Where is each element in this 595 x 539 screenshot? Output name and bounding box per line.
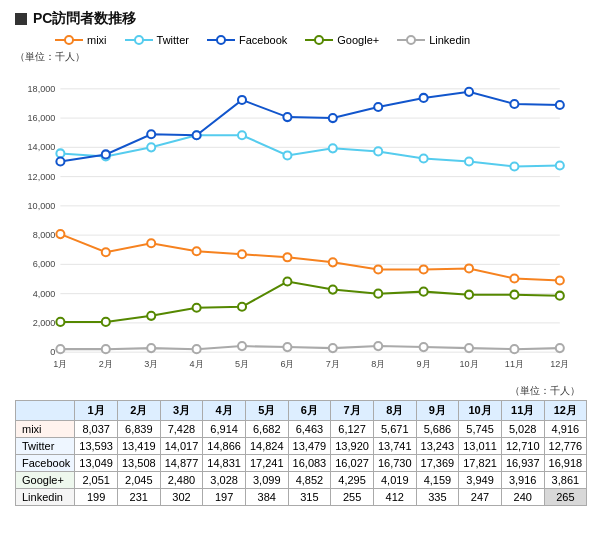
mixi-jan: 8,037 [75,421,118,438]
svg-point-100 [510,345,518,353]
table-header-mar: 3月 [160,401,203,421]
svg-point-88 [510,291,518,299]
svg-point-51 [465,264,473,272]
svg-point-79 [102,318,110,326]
svg-text:4,000: 4,000 [33,289,56,299]
googleplus-oct: 3,949 [459,472,502,489]
facebook-mar: 14,877 [160,455,203,472]
svg-point-78 [56,318,64,326]
googleplus-jan: 2,051 [75,472,118,489]
svg-point-48 [329,258,337,266]
twitter-jan: 13,593 [75,438,118,455]
svg-point-43 [102,248,110,256]
svg-point-90 [56,345,64,353]
table-header-aug: 8月 [373,401,416,421]
svg-point-53 [556,276,564,284]
chart-svg: .axis-label { font-size: 9px; fill: #444… [15,66,580,376]
svg-point-50 [420,265,428,273]
svg-point-94 [238,342,246,350]
svg-point-59 [283,151,291,159]
legend-label-googleplus: Google+ [337,34,379,46]
legend-label-linkedin: Linkedin [429,34,470,46]
svg-point-56 [147,143,155,151]
svg-point-5 [217,36,225,44]
twitter-dec: 12,776 [544,438,587,455]
svg-point-62 [420,154,428,162]
svg-point-66 [56,157,64,165]
googleplus-feb: 2,045 [117,472,160,489]
svg-point-58 [238,131,246,139]
svg-text:7月: 7月 [326,359,340,369]
svg-text:12,000: 12,000 [28,172,56,182]
svg-point-98 [420,343,428,351]
svg-text:8月: 8月 [371,359,385,369]
table-header-apr: 4月 [203,401,246,421]
legend-item-facebook: Facebook [207,34,287,46]
svg-point-83 [283,278,291,286]
svg-text:0: 0 [50,347,55,357]
svg-text:1月: 1月 [53,359,67,369]
table-header-oct: 10月 [459,401,502,421]
googleplus-sep: 4,159 [416,472,459,489]
table-header-jan: 1月 [75,401,118,421]
table-header-feb: 2月 [117,401,160,421]
legend-item-mixi: mixi [55,34,107,46]
twitter-aug: 13,741 [373,438,416,455]
googleplus-aug: 4,019 [373,472,416,489]
svg-point-92 [147,344,155,352]
svg-point-46 [238,250,246,258]
legend-item-twitter: Twitter [125,34,189,46]
facebook-jul: 16,027 [331,455,374,472]
mixi-apr: 6,914 [203,421,246,438]
table-header-dec: 12月 [544,401,587,421]
svg-text:6,000: 6,000 [33,259,56,269]
table-header-jul: 7月 [331,401,374,421]
svg-text:12月: 12月 [550,359,569,369]
facebook-jan: 13,049 [75,455,118,472]
svg-text:3月: 3月 [144,359,158,369]
linkedin-aug: 412 [373,489,416,506]
svg-point-85 [374,290,382,298]
mixi-mar: 7,428 [160,421,203,438]
svg-point-74 [420,94,428,102]
linkedin-dec: 265 [544,489,587,506]
mixi-may: 6,682 [245,421,288,438]
googleplus-may: 3,099 [245,472,288,489]
facebook-feb: 13,508 [117,455,160,472]
svg-point-69 [193,131,201,139]
svg-point-54 [56,149,64,157]
legend-label-twitter: Twitter [157,34,189,46]
svg-point-47 [283,253,291,261]
svg-point-72 [329,114,337,122]
facebook-dec: 16,918 [544,455,587,472]
legend-item-googleplus: Google+ [305,34,379,46]
svg-text:10,000: 10,000 [28,201,56,211]
mixi-dec: 4,916 [544,421,587,438]
svg-point-63 [465,157,473,165]
row-label-googleplus: Google+ [16,472,75,489]
svg-text:11月: 11月 [505,359,524,369]
twitter-jun: 13,479 [288,438,331,455]
svg-point-67 [102,150,110,158]
twitter-nov: 12,710 [501,438,544,455]
svg-text:6月: 6月 [280,359,294,369]
linkedin-jun: 315 [288,489,331,506]
twitter-mar: 14,017 [160,438,203,455]
row-label-facebook: Facebook [16,455,75,472]
svg-point-64 [510,162,518,170]
linkedin-mar: 302 [160,489,203,506]
twitter-oct: 13,011 [459,438,502,455]
googleplus-jul: 4,295 [331,472,374,489]
table-unit-label: （単位：千人） [15,384,580,398]
facebook-apr: 14,831 [203,455,246,472]
svg-text:4月: 4月 [190,359,204,369]
svg-point-60 [329,144,337,152]
svg-point-87 [465,291,473,299]
svg-point-65 [556,161,564,169]
row-label-mixi: mixi [16,421,75,438]
svg-point-44 [147,239,155,247]
googleplus-jun: 4,852 [288,472,331,489]
mixi-sep: 5,686 [416,421,459,438]
table-header-label [16,401,75,421]
svg-text:8,000: 8,000 [33,230,56,240]
